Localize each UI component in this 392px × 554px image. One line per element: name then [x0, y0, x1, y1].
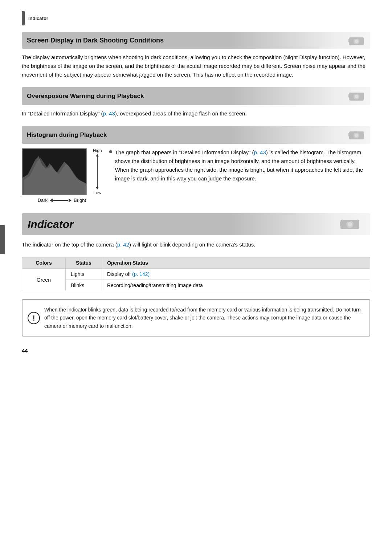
table-cell-status-blinks: Blinks — [66, 280, 102, 291]
bullet-dot — [109, 150, 112, 153]
histogram-svg — [23, 149, 87, 195]
indicator-table: Colors Status Operation Status Green Lig… — [22, 257, 370, 291]
svg-rect-19 — [340, 222, 342, 226]
histogram-description: The graph that appears in “Detailed Info… — [109, 148, 370, 183]
svg-rect-9 — [354, 93, 357, 94]
section2-body-suffix: ), overexposed areas of the image flash … — [115, 110, 247, 117]
camera-icon-area-3 — [348, 129, 365, 141]
hist-dark-label: Dark — [38, 197, 48, 203]
table-cell-color: Green — [22, 269, 66, 291]
hist-low-label: Low — [93, 190, 101, 195]
indicator-body: The indicator on the top of the camera (… — [22, 240, 370, 249]
table-cell-status-lights: Lights — [66, 269, 102, 280]
table-link-p142[interactable]: (p. 142) — [132, 271, 150, 277]
camera-icon-3 — [348, 129, 365, 140]
table-cell-op-lights: Display off (p. 142) — [102, 269, 370, 280]
indicator-body-suffix: ) will light or blink depending on the c… — [129, 241, 255, 248]
section2-body-prefix: In “Detailed Information Display” ( — [22, 110, 103, 117]
section3-header: Histogram during Playback — [22, 126, 370, 144]
warning-box: ! When the indicator blinks green, data … — [22, 299, 370, 337]
camera-icon-area-4 — [339, 217, 364, 232]
v-arrow-line — [97, 156, 98, 187]
warning-text: When the indicator blinks green, data is… — [44, 306, 362, 330]
table-header-row: Colors Status Operation Status — [22, 257, 370, 269]
table-header-operation: Operation Status — [102, 257, 370, 269]
section1-body: The display automatically brightens when… — [22, 53, 370, 79]
svg-rect-22 — [346, 220, 351, 222]
histogram-bullet: The graph that appears in “Detailed Info… — [109, 148, 370, 183]
hist-bullet-prefix: The graph that appears in “Detailed Info… — [115, 149, 254, 155]
indicator-table-header: Colors Status Operation Status — [22, 257, 370, 269]
svg-rect-6 — [348, 94, 351, 98]
h-arrow-line — [53, 200, 68, 201]
section2-link[interactable]: p. 43 — [103, 110, 115, 117]
histogram-left: High Low Dark Bright — [22, 148, 102, 203]
svg-point-8 — [355, 95, 358, 98]
left-accent-bar — [0, 225, 5, 254]
histogram-bullet-text: The graph that appears in “Detailed Info… — [115, 148, 370, 183]
h-arrow-right — [69, 199, 72, 202]
indicator-main-header: Indicator — [22, 213, 370, 235]
histogram-vertical-axis: High Low — [93, 148, 102, 195]
hist-bright-label: Bright — [74, 197, 86, 203]
table-row: Blinks Recording/reading/transmitting im… — [22, 280, 370, 291]
hist-h-arrow — [50, 199, 72, 202]
svg-point-21 — [348, 222, 352, 227]
svg-point-13 — [355, 134, 358, 137]
v-arrow-down — [96, 187, 99, 190]
svg-rect-11 — [348, 133, 351, 137]
table-header-colors: Colors — [22, 257, 66, 269]
section2-body: In “Detailed Information Display” (p. 43… — [22, 109, 370, 118]
indicator-table-body: Green Lights Display off (p. 142) Blinks… — [22, 269, 370, 291]
camera-icon-4 — [339, 217, 361, 231]
v-arrow-up — [96, 154, 99, 156]
histogram-image — [22, 148, 87, 195]
section1-header: Screen Display in Dark Shooting Conditio… — [22, 32, 370, 49]
svg-rect-1 — [348, 39, 351, 42]
indicator-body-prefix: The indicator on the top of the camera ( — [22, 241, 117, 248]
hist-bullet-link[interactable]: p. 43 — [254, 149, 266, 155]
section2-header: Overexposure Warning during Playback — [22, 87, 370, 105]
hist-high-label: High — [93, 148, 102, 153]
breadcrumb: Indicator — [22, 11, 370, 25]
page-number: 44 — [22, 347, 370, 354]
camera-icon-area-1 — [347, 35, 365, 46]
svg-rect-4 — [354, 37, 357, 39]
breadcrumb-text: Indicator — [28, 16, 48, 21]
table-header-status: Status — [66, 257, 102, 269]
section3-title: Histogram during Playback — [27, 131, 107, 139]
indicator-body-link[interactable]: p. 42 — [117, 241, 129, 248]
warning-icon: ! — [28, 312, 40, 324]
camera-icon-area-2 — [348, 90, 365, 102]
histogram-section: High Low Dark Bright The — [22, 148, 370, 203]
section2-title: Overexposure Warning during Playback — [27, 93, 144, 100]
svg-point-3 — [355, 40, 358, 43]
breadcrumb-bar — [22, 11, 25, 25]
table-row: Green Lights Display off (p. 142) — [22, 269, 370, 280]
hist-horizontal-axis: Dark Bright — [38, 197, 86, 203]
h-arrow-left — [50, 199, 53, 202]
camera-icon-2 — [348, 90, 365, 101]
hist-v-arrow — [96, 154, 99, 190]
indicator-main-title: Indicator — [28, 218, 74, 231]
section1-title: Screen Display in Dark Shooting Conditio… — [27, 37, 164, 44]
camera-icon-1 — [348, 34, 365, 46]
table-cell-op-blinks: Recording/reading/transmitting image dat… — [102, 280, 370, 291]
svg-rect-14 — [354, 131, 357, 133]
